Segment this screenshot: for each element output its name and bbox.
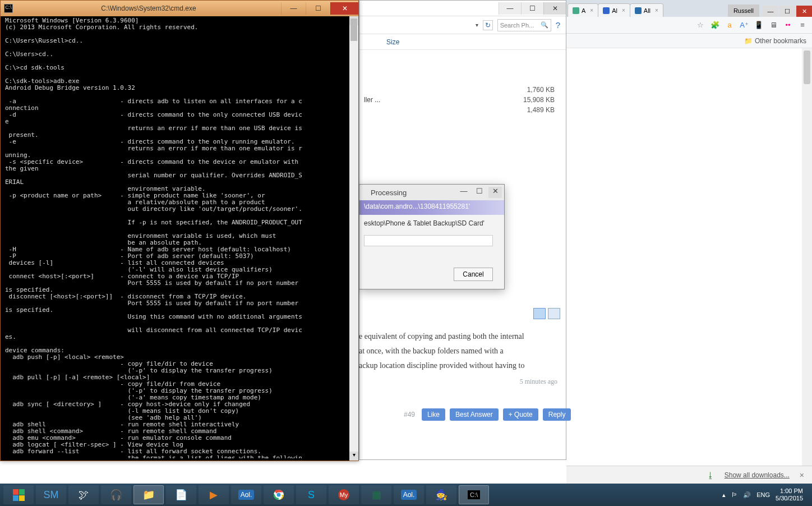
taskbar-chrome[interactable] — [264, 485, 294, 504]
dialog-minimize-button[interactable]: — — [457, 187, 470, 198]
cmd-title: C:\Windows\System32\cmd.exe — [16, 4, 281, 12]
tab-label: A — [582, 7, 585, 14]
start-button[interactable] — [3, 485, 34, 504]
bookmarks-bar: 📁 Other bookmarks — [566, 34, 812, 48]
dialog-close-button[interactable]: ✕ — [488, 187, 502, 198]
extension-icon[interactable]: 🧩 — [710, 20, 720, 30]
breadcrumb-chevron-icon[interactable]: ▾ — [476, 22, 478, 28]
browser-close-button[interactable]: ✕ — [796, 6, 812, 17]
taskbar: SM 🕊 🎧 📁 📄 ▶ Aol. S My ▦ Aol. 🧙 C:\ ▴ 🏳 … — [0, 484, 812, 506]
reply-button[interactable]: Reply — [543, 408, 571, 421]
taskbar-app[interactable]: 🕊 — [68, 485, 99, 504]
tab-label: Al — [612, 7, 617, 14]
action-center-icon[interactable]: 🏳 — [731, 491, 737, 498]
post-number[interactable]: #49 — [404, 411, 415, 418]
taskbar-app[interactable]: 📄 — [166, 485, 196, 504]
size-column-header[interactable]: Size — [386, 38, 399, 46]
taskbar-app[interactable]: SM — [36, 485, 66, 504]
bookmark-star-icon[interactable]: ☆ — [695, 20, 705, 30]
volume-icon[interactable]: 🔊 — [743, 491, 751, 499]
scroll-down-button[interactable]: ▾ — [349, 452, 358, 461]
explorer-close-button[interactable]: ✕ — [543, 2, 566, 15]
cmd-maximize-button[interactable]: ☐ — [306, 2, 330, 15]
taskbar-aol[interactable]: Aol. — [231, 485, 261, 504]
amazon-icon[interactable]: a — [725, 20, 735, 30]
phone-icon[interactable]: 📱 — [754, 20, 764, 30]
cmd-minimize-button[interactable]: — — [281, 2, 306, 15]
search-icon: 🔍 — [541, 21, 548, 29]
browser-window: A × Al × All × Russell — ☐ ✕ ☆ 🧩 a A⁺ 📱 … — [566, 0, 812, 484]
post-timestamp: 5 minutes ago — [520, 376, 557, 387]
taskbar-skype[interactable]: S — [296, 485, 326, 504]
flickr-icon[interactable]: •• — [783, 20, 793, 30]
explorer-titlebar[interactable]: — ☐ ✕ — [359, 1, 566, 16]
explorer-column-header[interactable]: Size — [359, 34, 566, 50]
cmd-titlebar[interactable]: C:\ C:\Windows\System32\cmd.exe — ☐ ✕ — [1, 1, 358, 16]
taskbar-file-explorer[interactable]: 📁 — [133, 485, 164, 504]
taskbar-aol-2[interactable]: Aol. — [394, 485, 424, 504]
cmd-output[interactable]: Microsoft Windows [Version 6.3.9600] (c)… — [3, 16, 349, 458]
browser-tab[interactable]: All × — [630, 3, 663, 17]
explorer-search-input[interactable]: Search Ph... 🔍 — [497, 19, 551, 31]
favicon-icon — [603, 7, 610, 14]
devices-icon[interactable]: 🖥 — [768, 20, 778, 30]
download-shelf-close-icon[interactable]: × — [800, 471, 804, 480]
browser-maximize-button[interactable]: ☐ — [779, 6, 795, 17]
language-indicator[interactable]: ENG — [756, 491, 770, 498]
cancel-button[interactable]: Cancel — [454, 268, 493, 281]
system-tray: ▴ 🏳 🔊 ENG 1:00 PM 5/30/2015 — [722, 487, 809, 502]
file-row[interactable]: ller ... 15,908 KB — [359, 95, 566, 105]
explorer-maximize-button[interactable]: ☐ — [521, 2, 543, 15]
dialog-titlebar[interactable]: Processing — ☐ ✕ — [359, 185, 504, 200]
svg-point-1 — [277, 493, 281, 497]
like-button[interactable]: Like — [422, 408, 445, 421]
dialog-maximize-button[interactable]: ☐ — [473, 187, 486, 198]
taskbar-excel[interactable]: ▦ — [361, 485, 391, 504]
quote-button[interactable]: + Quote — [503, 408, 538, 421]
folder-icon: 📁 — [744, 37, 753, 45]
other-bookmarks-button[interactable]: 📁 Other bookmarks — [744, 37, 806, 45]
forum-post-actions: #49 Like Best Answer + Quote Reply — [404, 408, 571, 421]
explorer-file-list: 1,760 KB ller ... 15,908 KB 1,489 KB — [359, 50, 566, 115]
translate-icon[interactable]: A⁺ — [739, 20, 749, 30]
explorer-navbar: ▾ ↻ Search Ph... 🔍 ? — [359, 16, 566, 34]
file-row[interactable]: 1,760 KB — [359, 85, 566, 95]
browser-content[interactable] — [566, 48, 802, 466]
show-all-downloads-link[interactable]: Show all downloads... — [725, 471, 790, 479]
dialog-title: Processing — [371, 188, 407, 197]
details-view-button[interactable] — [533, 308, 546, 319]
processing-dialog: Processing — ☐ ✕ \data\com.andro...\1308… — [359, 184, 505, 289]
taskbar-app[interactable]: 🧙 — [426, 485, 456, 504]
taskbar-clock[interactable]: 1:00 PM 5/30/2015 — [776, 487, 803, 502]
profile-button[interactable]: Russell — [728, 4, 759, 17]
browser-minimize-button[interactable]: — — [763, 6, 778, 17]
scroll-thumb[interactable] — [350, 19, 357, 41]
tab-close-icon[interactable]: × — [655, 7, 658, 13]
cmd-window: C:\ C:\Windows\System32\cmd.exe — ☐ ✕ Mi… — [0, 0, 359, 461]
explorer-minimize-button[interactable]: — — [499, 2, 521, 15]
tab-close-icon[interactable]: × — [590, 7, 593, 13]
tab-close-icon[interactable]: × — [622, 7, 625, 13]
browser-tab[interactable]: Al × — [598, 3, 630, 17]
menu-icon[interactable]: ≡ — [797, 20, 808, 30]
taskbar-app[interactable]: My — [329, 485, 359, 504]
processing-source-path: \data\com.andro...\1308411955281' — [359, 200, 504, 215]
cmd-close-button[interactable]: ✕ — [330, 2, 358, 15]
file-row[interactable]: 1,489 KB — [359, 105, 566, 115]
refresh-button[interactable]: ↻ — [483, 20, 493, 30]
help-icon[interactable]: ? — [556, 20, 560, 30]
scroll-thumb[interactable] — [804, 50, 810, 84]
windows-logo-icon — [13, 489, 25, 501]
cmd-scrollbar[interactable]: ▴ ▾ — [349, 16, 358, 461]
taskbar-media-player[interactable]: ▶ — [199, 485, 229, 504]
best-answer-button[interactable]: Best Answer — [450, 408, 499, 421]
tab-label: All — [644, 7, 650, 14]
browser-scrollbar[interactable] — [802, 48, 812, 466]
download-shelf: ⭳ Show all downloads... × — [566, 466, 812, 484]
clock-date: 5/30/2015 — [776, 495, 803, 502]
browser-tab[interactable]: A × — [568, 3, 598, 17]
thumbnails-view-button[interactable] — [548, 308, 560, 319]
taskbar-app[interactable]: 🎧 — [101, 485, 131, 504]
tray-chevron-icon[interactable]: ▴ — [722, 491, 726, 499]
taskbar-cmd[interactable]: C:\ — [459, 485, 489, 504]
